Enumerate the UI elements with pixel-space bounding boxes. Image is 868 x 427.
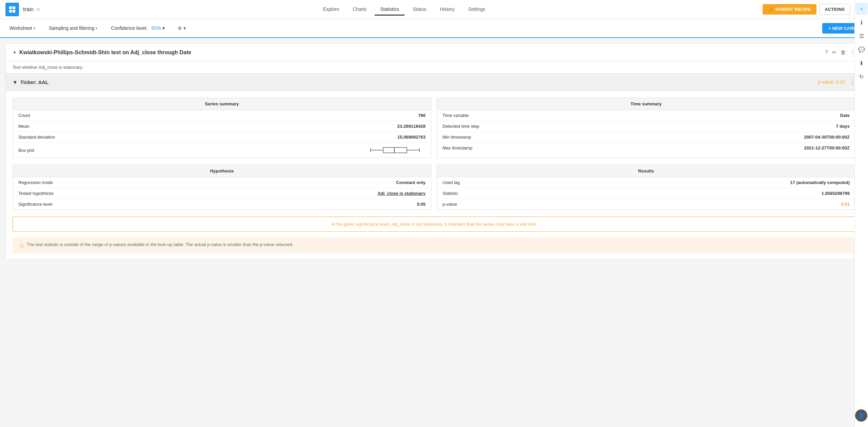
- time-summary-header: Time summary: [437, 98, 855, 110]
- hypothesis-results-row: Hypothesis Regression mode Constant only…: [6, 165, 862, 217]
- toolbar: Worksheet ▾ Sampling and filtering ▾ Con…: [0, 19, 868, 38]
- confidence-prefix: Confidence level:: [111, 25, 147, 31]
- stddev-label: Standard deviation: [18, 135, 397, 140]
- confidence-value: 95%: [152, 25, 161, 31]
- svg-rect-3: [13, 9, 15, 12]
- card-title-text: Kwiatkowski-Phillips-Schmidt-Shin test o…: [19, 49, 191, 56]
- actions-button[interactable]: ACTIONS: [819, 4, 851, 15]
- dataset-icon: ⟳: [36, 7, 40, 12]
- settings-button[interactable]: ⚙ ▾: [174, 23, 189, 33]
- help-icon[interactable]: ?: [825, 49, 828, 56]
- results-header: Results: [437, 165, 855, 177]
- top-nav: train ⟳ Explore Charts Statistics Status…: [0, 0, 868, 19]
- worksheet-button[interactable]: Worksheet ▾: [5, 23, 39, 33]
- nav-status[interactable]: Status: [407, 4, 432, 16]
- app-logo[interactable]: [5, 3, 19, 16]
- max-timestamp-value: 2021-12-27T00:00:00Z: [804, 145, 850, 150]
- regression-mode-row: Regression mode Constant only: [13, 177, 431, 188]
- sampling-chevron: ▾: [96, 26, 97, 30]
- statistic-label: Statistic: [442, 191, 822, 196]
- tables-row: Series summary Count 766 Mean 23.2691184…: [6, 91, 862, 165]
- test-card: ▼ Kwiatkowski-Phillips-Schmidt-Shin test…: [5, 43, 863, 259]
- confidence-button[interactable]: Confidence level: 95% ▾: [107, 23, 169, 33]
- sidebar-fab-button[interactable]: 👤: [855, 409, 867, 422]
- statistic-row: Statistic 1.8565298799: [437, 188, 855, 199]
- min-timestamp-row: Min timestamp 2007-04-30T00:00:00Z: [437, 132, 855, 143]
- hypothesis-header: Hypothesis: [13, 165, 431, 177]
- tested-hypothesis-value: Adj_close is stationary: [377, 191, 426, 196]
- tested-hypothesis-row: Tested hypothesis Adj_close is stationar…: [13, 188, 431, 199]
- time-step-value: 7 days: [836, 124, 850, 129]
- min-timestamp-label: Min timestamp: [442, 135, 804, 140]
- warning-icon: ⚠: [19, 242, 24, 249]
- sidebar-refresh-icon[interactable]: ↻: [855, 70, 868, 83]
- parent-recipe-button[interactable]: 🔶 PARENT RECIPE: [763, 4, 816, 15]
- count-value: 766: [418, 113, 426, 118]
- time-step-row: Detected time step 7 days: [437, 121, 855, 132]
- time-summary-table: Time summary Time variable Date Detected…: [437, 98, 855, 158]
- max-timestamp-label: Max timestamp: [442, 145, 804, 150]
- svg-rect-0: [9, 6, 12, 9]
- pvalue-label: p-value: [442, 202, 841, 207]
- time-variable-row: Time variable Date: [437, 110, 855, 121]
- gear-icon: ⚙: [178, 25, 182, 31]
- svg-rect-1: [13, 6, 15, 9]
- boxplot-container: [222, 145, 426, 155]
- mean-label: Mean: [18, 124, 397, 129]
- stddev-value: 15.069092763: [397, 135, 426, 140]
- svg-rect-6: [383, 147, 407, 153]
- dataset-name: train: [23, 6, 34, 13]
- sampling-label: Sampling and filtering: [49, 25, 95, 31]
- count-row: Count 766: [13, 110, 431, 121]
- statistic-value: 1.8565298799: [822, 191, 850, 196]
- nav-settings[interactable]: Settings: [463, 4, 491, 16]
- sidebar-plus-icon[interactable]: ＋: [855, 3, 868, 15]
- card-collapse-icon[interactable]: ▼: [13, 50, 17, 55]
- right-sidebar: ＋ ℹ ☰ 💬 ⬇ ↻ 👤: [854, 0, 868, 427]
- sidebar-download-icon[interactable]: ⬇: [855, 57, 868, 69]
- edit-icon[interactable]: ✏: [832, 49, 836, 56]
- results-table: Results Used lag 17 (automatically compu…: [437, 165, 855, 210]
- delete-icon[interactable]: 🗑: [841, 49, 846, 56]
- main-content: ▼ Kwiatkowski-Phillips-Schmidt-Shin test…: [0, 38, 868, 427]
- time-step-label: Detected time step: [442, 124, 836, 129]
- nav-explore[interactable]: Explore: [318, 4, 344, 16]
- card-title: ▼ Kwiatkowski-Phillips-Schmidt-Shin test…: [13, 49, 825, 56]
- tested-hypothesis-label: Tested hypothesis: [18, 191, 377, 196]
- worksheet-label: Worksheet: [9, 25, 32, 31]
- nav-statistics[interactable]: Statistics: [375, 4, 405, 16]
- used-lag-value: 17 (automatically computed): [790, 180, 850, 185]
- regression-mode-label: Regression mode: [18, 180, 396, 185]
- used-lag-row: Used lag 17 (automatically computed): [437, 177, 855, 188]
- parent-recipe-label: PARENT RECIPE: [775, 7, 811, 12]
- stddev-row: Standard deviation 15.069092763: [13, 132, 431, 143]
- mean-row: Mean 23.269118428: [13, 121, 431, 132]
- nav-charts[interactable]: Charts: [347, 4, 372, 16]
- nav-links: Explore Charts Statistics Status History…: [46, 4, 763, 15]
- svg-rect-2: [9, 9, 12, 12]
- max-timestamp-row: Max timestamp 2021-12-27T00:00:00Z: [437, 143, 855, 153]
- sidebar-comment-icon[interactable]: 💬: [855, 43, 868, 56]
- used-lag-label: Used lag: [442, 180, 790, 185]
- card-actions: ? ✏ 🗑 ⋮: [825, 49, 855, 56]
- sampling-button[interactable]: Sampling and filtering ▾: [45, 23, 102, 33]
- significance-level-label: Significance level: [18, 202, 417, 207]
- card-subtitle: Test whether Adj_close is stationary: [6, 61, 862, 74]
- time-variable-value: Date: [840, 113, 850, 118]
- section-title-text: Ticker: AAL: [20, 79, 48, 85]
- warning-alert: ⚠ The test statistic is outside of the r…: [13, 237, 855, 253]
- regression-mode-value: Constant only: [396, 180, 426, 185]
- pvalue-value: 0.01: [841, 202, 850, 207]
- settings-chevron: ▾: [183, 25, 186, 31]
- parent-recipe-icon: 🔶: [768, 7, 773, 12]
- section-collapse-icon[interactable]: ▼: [13, 79, 18, 85]
- sidebar-info-icon[interactable]: ℹ: [855, 16, 868, 28]
- min-timestamp-value: 2007-04-30T00:00:00Z: [804, 135, 850, 140]
- hypothesis-table: Hypothesis Regression mode Constant only…: [13, 165, 431, 210]
- ticker-section: ▼ Ticker: AAL p-value: 0.01 ⋮: [6, 74, 862, 91]
- sidebar-list-icon[interactable]: ☰: [855, 30, 868, 42]
- series-summary-header: Series summary: [13, 98, 431, 110]
- nav-history[interactable]: History: [434, 4, 460, 16]
- stationarity-alert: At the given significance level, Adj_clo…: [13, 217, 855, 232]
- boxplot-label: Box plot: [18, 148, 222, 153]
